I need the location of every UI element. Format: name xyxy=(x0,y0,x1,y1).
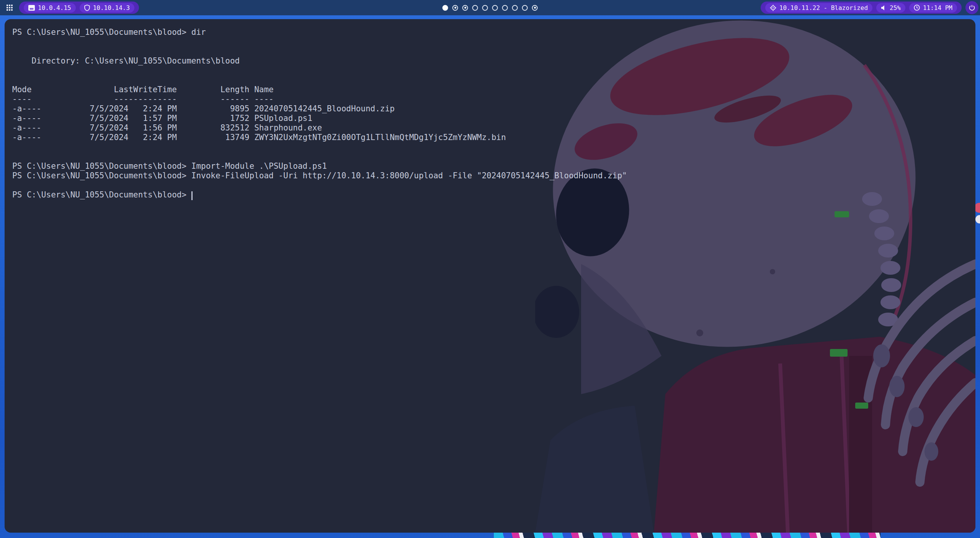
app-launcher-button[interactable] xyxy=(5,3,15,13)
volume-widget[interactable]: 25% xyxy=(876,3,905,13)
terminal-output: PS C:\Users\NU_1055\Documents\blood> dir… xyxy=(12,28,627,200)
workspace-dot-2[interactable] xyxy=(452,5,458,11)
clock-widget[interactable]: 11:14 PM xyxy=(909,3,957,13)
workspace-dot-9[interactable] xyxy=(522,5,528,11)
workspace-dot-7[interactable] xyxy=(502,5,508,11)
status-widget-group: 10.10.11.22 - Blazorized 25% 11:14 PM xyxy=(761,2,962,14)
workspace-dot-4[interactable] xyxy=(472,5,478,11)
workspace-dot-3[interactable] xyxy=(462,5,468,11)
top-bar-left: 10.0.4.15 10.10.14.3 xyxy=(0,2,139,14)
workspace-dot-6[interactable] xyxy=(492,5,498,11)
host-ip-label: 10.0.4.15 xyxy=(38,4,71,11)
host-ip-widget[interactable]: 10.0.4.15 xyxy=(24,3,76,13)
power-icon xyxy=(969,5,975,11)
wallpaper-white-detail xyxy=(975,215,980,223)
target-machine-widget[interactable]: 10.10.11.22 - Blazorized xyxy=(765,3,872,13)
clock-icon xyxy=(914,5,920,11)
workspace-dot-1[interactable] xyxy=(443,5,448,11)
volume-label: 25% xyxy=(890,4,901,11)
top-bar: 10.0.4.15 10.10.14.3 10.10.11.22 - Blazo… xyxy=(0,0,980,15)
grid-icon xyxy=(7,5,13,11)
terminal-scrollback: PS C:\Users\NU_1055\Documents\blood> dir… xyxy=(12,28,627,180)
workspace-dot-5[interactable] xyxy=(482,5,488,11)
clock-label: 11:14 PM xyxy=(923,4,952,11)
terminal-cursor xyxy=(191,191,193,200)
network-port-icon xyxy=(28,5,35,11)
vpn-ip-widget[interactable]: 10.10.14.3 xyxy=(80,3,134,13)
crosshair-icon xyxy=(770,5,776,11)
vpn-ip-label: 10.10.14.3 xyxy=(93,4,130,11)
shield-icon xyxy=(84,5,90,11)
power-button[interactable] xyxy=(965,1,978,14)
network-widget-group: 10.0.4.15 10.10.14.3 xyxy=(19,2,139,14)
terminal-window[interactable]: PS C:\Users\NU_1055\Documents\blood> dir… xyxy=(5,19,975,533)
workspace-dot-8[interactable] xyxy=(512,5,518,11)
workspace-indicator xyxy=(443,0,538,15)
workspace-dot-10[interactable] xyxy=(532,5,538,11)
wallpaper-bottom-strip xyxy=(494,533,880,538)
top-bar-right: 10.10.11.22 - Blazorized 25% 11:14 PM xyxy=(761,1,980,14)
desktop: { "topbar": { "host_ip": "10.0.4.15", "v… xyxy=(0,0,980,538)
speaker-icon xyxy=(881,5,887,11)
terminal-prompt: PS C:\Users\NU_1055\Documents\blood> xyxy=(12,190,191,199)
target-machine-label: 10.10.11.22 - Blazorized xyxy=(779,4,868,11)
